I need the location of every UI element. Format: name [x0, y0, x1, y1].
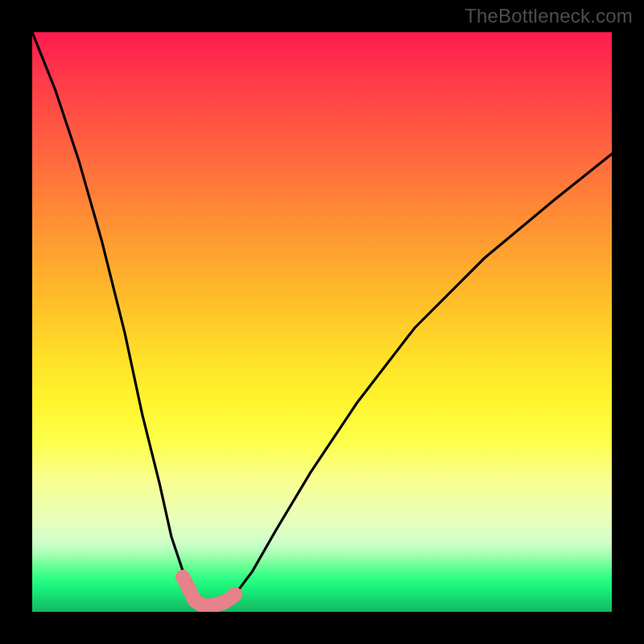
chart-svg [32, 32, 612, 612]
outer-frame: TheBottleneck.com [0, 0, 644, 644]
highlight-beads [175, 570, 242, 612]
watermark-text: TheBottleneck.com [464, 5, 633, 27]
bottleneck-curve [32, 32, 612, 606]
plot-area [32, 32, 612, 612]
highlight-bead [228, 587, 242, 601]
